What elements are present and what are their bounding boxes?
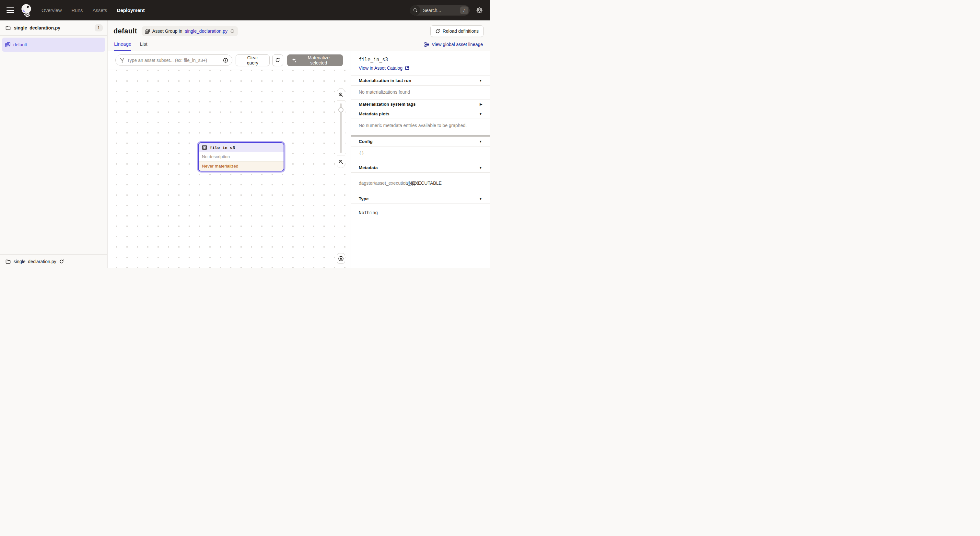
chevron-right-icon: ▶ — [480, 102, 482, 106]
code-location-sidebar: single_declaration.py 1 default single_d… — [0, 21, 108, 268]
top-nav: Overview Runs Assets Deployment / — [0, 0, 490, 21]
zoom-controls — [337, 88, 345, 168]
chevron-down-icon: ▼ — [479, 166, 482, 170]
search-shortcut-key: / — [460, 6, 468, 14]
zoom-in-button[interactable] — [337, 89, 345, 101]
tabs: Lineage List View global asset lineage — [113, 41, 484, 51]
folder-icon — [5, 25, 11, 30]
download-icon — [338, 256, 344, 261]
asset-subset-input[interactable] — [127, 58, 221, 63]
section-config[interactable]: Config ▼ — [351, 137, 490, 146]
footer-repo-name: single_declaration.py — [14, 259, 56, 264]
gear-icon[interactable] — [476, 7, 483, 14]
asset-group-icon — [145, 29, 150, 34]
zoom-out-icon — [338, 159, 344, 165]
repo-name: single_declaration.py — [14, 25, 60, 30]
refresh-icon — [275, 58, 280, 62]
materialization-empty-state: No materializations found — [351, 85, 490, 99]
nav-item-deployment[interactable]: Deployment — [117, 8, 145, 13]
sidebar-repo-row[interactable]: single_declaration.py 1 — [0, 21, 107, 36]
chevron-down-icon: ▼ — [479, 79, 482, 82]
reload-icon — [435, 29, 440, 34]
primary-nav: Overview Runs Assets Deployment — [41, 8, 145, 13]
asset-group-header: default Asset Group in single_declaratio… — [108, 21, 490, 51]
node-description: No description — [199, 152, 283, 161]
metadata-value: UNEXECUTABLE — [406, 180, 482, 186]
section-metadata-plots[interactable]: Metadata plots ▼ — [351, 109, 490, 119]
page-title: default — [113, 27, 137, 35]
tab-list[interactable]: List — [140, 41, 147, 51]
context-prefix: Asset Group in — [152, 29, 183, 34]
lineage-toolbar: Clear query Materialize selected — [108, 51, 351, 69]
chevron-down-icon: ▼ — [479, 197, 482, 200]
metadata-table-row: dagster/asset_execution_type UNEXECUTABL… — [351, 172, 490, 194]
node-status-never-materialized: Never materialized — [199, 161, 283, 171]
global-search[interactable]: / — [410, 5, 469, 16]
asset-node-file-in-s3[interactable]: file_in_s3 No description Never material… — [198, 142, 284, 172]
folder-icon — [5, 259, 11, 264]
zoom-slider[interactable] — [337, 101, 345, 156]
hamburger-menu-icon[interactable] — [6, 8, 14, 13]
view-global-asset-lineage-link[interactable]: View global asset lineage — [424, 42, 483, 51]
asset-group-icon — [5, 42, 10, 47]
repo-asset-count-badge: 1 — [95, 24, 103, 32]
asset-graph-icon — [119, 58, 125, 63]
reload-location-icon[interactable] — [230, 29, 235, 33]
search-input[interactable] — [420, 8, 460, 13]
section-materialization-system-tags[interactable]: Materialization system tags ▶ — [351, 99, 490, 109]
tab-lineage[interactable]: Lineage — [114, 41, 131, 51]
lineage-pane: Clear query Materialize selected — [108, 51, 351, 268]
lineage-canvas[interactable]: file_in_s3 No description Never material… — [108, 69, 351, 268]
section-materialization-last-run[interactable]: Materialization in last run ▼ — [351, 75, 490, 85]
section-type[interactable]: Type ▼ — [351, 194, 490, 204]
group-label: default — [13, 42, 27, 47]
zoom-in-icon — [338, 92, 344, 97]
asset-group-context-pill: Asset Group in single_declaration.py — [142, 26, 238, 36]
context-repo-link[interactable]: single_declaration.py — [185, 29, 228, 34]
asset-detail-panel: file_in_s3 View in Asset Catalog Materia… — [351, 51, 490, 268]
lineage-graph-icon — [424, 42, 429, 47]
external-link-icon — [405, 66, 409, 70]
sparkle-icon — [292, 58, 296, 62]
nav-item-overview[interactable]: Overview — [41, 8, 62, 13]
refresh-graph-button[interactable] — [272, 54, 283, 66]
dagster-logo[interactable] — [19, 3, 33, 18]
sidebar-footer-repo[interactable]: single_declaration.py — [0, 254, 107, 268]
zoom-out-button[interactable] — [337, 156, 345, 168]
reload-repo-icon[interactable] — [59, 259, 64, 264]
section-metadata[interactable]: Metadata ▼ — [351, 163, 490, 172]
download-image-button[interactable] — [337, 253, 345, 264]
zoom-slider-thumb[interactable] — [338, 107, 344, 113]
asset-subset-query[interactable] — [115, 54, 232, 66]
type-value: Nothing — [351, 204, 490, 221]
asset-name: file_in_s3 — [359, 57, 482, 62]
info-icon[interactable] — [223, 58, 228, 63]
reload-definitions-button[interactable]: Reload definitions — [430, 25, 484, 37]
clear-query-button[interactable]: Clear query — [235, 54, 270, 66]
nav-item-assets[interactable]: Assets — [93, 8, 107, 13]
chevron-down-icon: ▼ — [479, 112, 482, 116]
config-value: {} — [351, 146, 490, 163]
node-name: file_in_s3 — [210, 145, 235, 150]
chevron-down-icon: ▼ — [479, 140, 482, 143]
metadata-plots-empty-state: No numeric metadata entries available to… — [351, 119, 490, 135]
nav-item-runs[interactable]: Runs — [72, 8, 83, 13]
metadata-key: dagster/asset_execution_type — [359, 180, 406, 186]
sidebar-item-default-group[interactable]: default — [2, 38, 105, 52]
search-icon — [410, 5, 420, 16]
materialize-selected-button[interactable]: Materialize selected — [287, 54, 343, 66]
table-icon — [202, 145, 207, 150]
view-in-asset-catalog-link[interactable]: View in Asset Catalog — [359, 65, 482, 71]
